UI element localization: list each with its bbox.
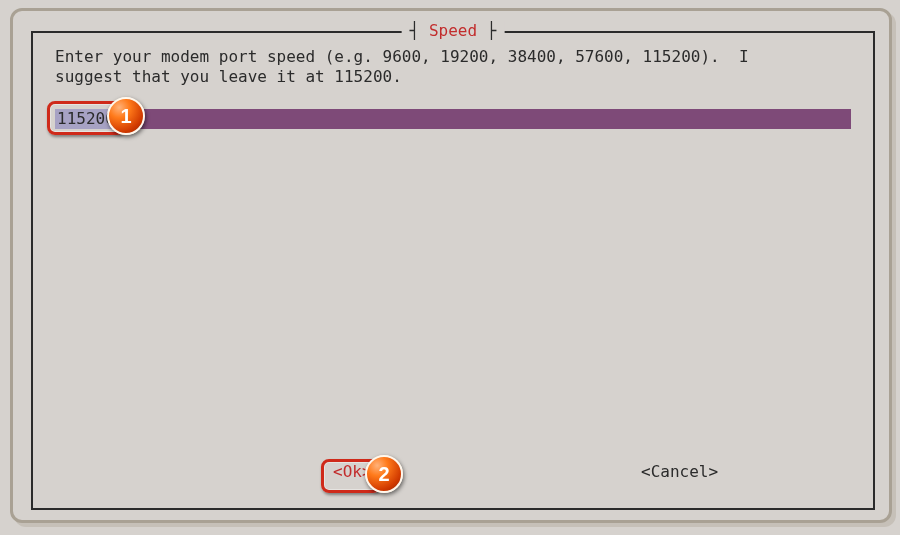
button-row: <Ok> <Cancel> <box>33 462 873 486</box>
dialog-frame: ┤ Speed ├ Enter your modem port speed (e… <box>31 31 875 510</box>
dialog-title-wrap: ┤ Speed ├ <box>402 21 505 41</box>
title-bar-right: ├ <box>477 21 496 40</box>
window-frame: ┤ Speed ├ Enter your modem port speed (e… <box>10 8 892 523</box>
prompt-text: Enter your modem port speed (e.g. 9600, … <box>55 47 851 87</box>
annotation-badge-1: 1 <box>107 97 145 135</box>
title-bar-left: ┤ <box>410 21 429 40</box>
dialog-title: Speed <box>429 21 477 40</box>
cancel-button[interactable]: <Cancel> <box>641 462 718 482</box>
annotation-badge-2: 2 <box>365 455 403 493</box>
speed-input[interactable]: 115200 <box>55 109 851 129</box>
